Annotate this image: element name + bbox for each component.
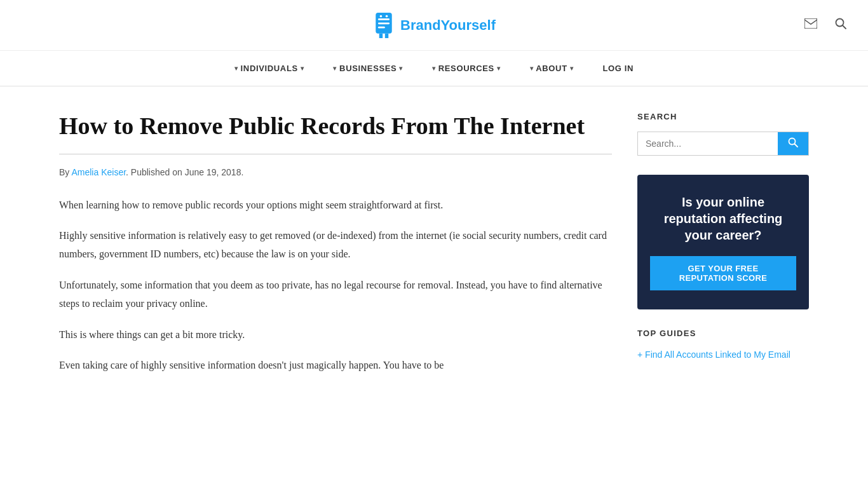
nav-item-resources[interactable]: ▾ RESOURCES ▾ <box>421 58 512 78</box>
logo-icon <box>372 13 395 38</box>
chevron-right-icon: ▾ <box>301 65 304 72</box>
meta-by: By <box>59 167 71 177</box>
article-divider <box>59 154 612 154</box>
nav-label-individuals: INDIVIDUALS <box>241 64 298 73</box>
site-header: BrandYourself <box>0 0 868 51</box>
svg-rect-8 <box>804 18 817 29</box>
main-content: How to Remove Public Records From The In… <box>59 112 612 388</box>
logo-text: BrandYourself <box>400 17 496 34</box>
search-section-title: SEARCH <box>637 112 809 121</box>
svg-rect-5 <box>378 26 385 28</box>
nav-label-login: LOG IN <box>602 64 634 73</box>
search-input[interactable] <box>638 132 778 155</box>
ad-banner-button[interactable]: GET YOUR FREE REPUTATION SCORE <box>650 256 796 290</box>
nav-label-about: ABOUT <box>536 64 567 73</box>
chevron-right-icon-4: ▾ <box>570 65 574 72</box>
chevron-icon-2: ▾ <box>333 65 337 72</box>
search-button[interactable] <box>778 132 808 155</box>
svg-point-6 <box>380 15 383 17</box>
chevron-icon-4: ▾ <box>530 65 534 72</box>
nav-item-login[interactable]: LOG IN <box>591 58 645 78</box>
page-wrapper: How to Remove Public Records From The In… <box>21 86 847 413</box>
search-button-icon <box>788 137 798 147</box>
chevron-right-icon-2: ▾ <box>399 65 403 72</box>
nav-label-businesses: BUSINESSES <box>339 64 397 73</box>
article-body: When learning how to remove public recor… <box>59 196 612 376</box>
svg-line-12 <box>795 144 798 147</box>
nav-item-about[interactable]: ▾ ABOUT ▾ <box>519 58 585 78</box>
nav-item-businesses[interactable]: ▾ BUSINESSES ▾ <box>322 58 414 78</box>
top-guides-link-1[interactable]: Find All Accounts Linked to My Email <box>637 348 809 362</box>
svg-rect-2 <box>385 33 388 37</box>
author-link[interactable]: Amelia Keiser <box>71 167 126 177</box>
search-box <box>637 132 809 156</box>
meta-suffix: . Published on June 19, 2018. <box>126 167 243 177</box>
chevron-right-icon-3: ▾ <box>497 65 501 72</box>
ad-banner-text: Is your online reputation affecting your… <box>650 194 796 243</box>
paragraph-2: Highly sensitive information is relative… <box>59 227 612 264</box>
svg-point-7 <box>386 15 388 17</box>
nav-item-individuals[interactable]: ▾ INDIVIDUALS ▾ <box>223 58 316 78</box>
search-icon-button[interactable] <box>832 15 849 35</box>
chevron-icon-3: ▾ <box>432 65 436 72</box>
paragraph-1: When learning how to remove public recor… <box>59 196 612 215</box>
paragraph-3: Unfortunately, some information that you… <box>59 276 612 313</box>
sidebar: SEARCH Is your online reputation affecti… <box>637 112 809 388</box>
chevron-icon: ▾ <box>234 65 238 72</box>
svg-rect-3 <box>378 18 390 20</box>
article-title: How to Remove Public Records From The In… <box>59 112 612 141</box>
svg-line-10 <box>843 25 846 29</box>
article-meta: By Amelia Keiser. Published on June 19, … <box>59 167 612 177</box>
paragraph-5: Even taking care of highly sensitive inf… <box>59 356 612 375</box>
email-icon-button[interactable] <box>802 16 820 34</box>
nav-label-resources: RESOURCES <box>438 64 494 73</box>
ad-banner: Is your online reputation affecting your… <box>637 175 809 309</box>
svg-rect-4 <box>378 22 390 24</box>
svg-rect-1 <box>379 33 383 37</box>
top-guides-title: TOP GUIDES <box>637 329 809 338</box>
header-icons <box>802 15 849 35</box>
paragraph-4: This is where things can get a bit more … <box>59 326 612 344</box>
main-nav: ▾ INDIVIDUALS ▾ ▾ BUSINESSES ▾ ▾ RESOURC… <box>0 51 868 86</box>
logo-link[interactable]: BrandYourself <box>372 13 496 38</box>
